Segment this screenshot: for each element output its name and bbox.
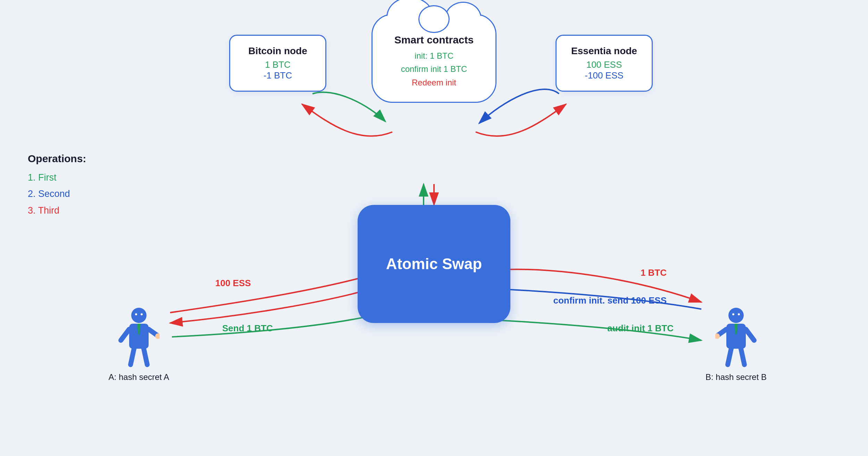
atomic-swap-box: Atomic Swap bbox=[358, 205, 510, 323]
svg-line-10 bbox=[131, 349, 134, 365]
bitcoin-node-pos: 1 BTC bbox=[243, 59, 313, 70]
ops-item-1: 1. First bbox=[28, 169, 86, 186]
svg-line-21 bbox=[741, 349, 744, 365]
cloud-line2: confirm init 1 BTC bbox=[384, 63, 484, 76]
svg-point-23 bbox=[738, 313, 740, 315]
smart-contracts-cloud: Smart contracts init: 1 BTC confirm init… bbox=[368, 14, 500, 103]
essentia-node-neg: -100 ESS bbox=[569, 70, 639, 81]
cloud-line1: init: 1 BTC bbox=[384, 49, 484, 63]
ops-item-1-number: 1. bbox=[28, 172, 36, 183]
label-1-btc: 1 BTC bbox=[641, 267, 667, 278]
cloud-title: Smart contracts bbox=[384, 34, 484, 46]
svg-point-12 bbox=[135, 313, 137, 315]
label-100-ess: 100 ESS bbox=[215, 278, 251, 289]
person-a-label: A: hash secret A bbox=[108, 372, 170, 382]
label-confirm-send: confirm init. send 100 ESS bbox=[553, 295, 667, 306]
person-b-label: B: hash secret B bbox=[705, 372, 767, 382]
person-a-figure bbox=[118, 306, 160, 368]
ops-item-3-text: Third bbox=[38, 205, 60, 216]
svg-line-19 bbox=[746, 329, 754, 340]
svg-point-22 bbox=[732, 313, 734, 315]
ops-item-1-text: First bbox=[38, 172, 56, 183]
svg-point-15 bbox=[728, 308, 744, 323]
cloud-bump bbox=[418, 5, 450, 33]
cloud-content: Smart contracts init: 1 BTC confirm init… bbox=[384, 34, 484, 89]
ops-item-2-number: 2. bbox=[28, 189, 36, 199]
ops-item-3: 3. Third bbox=[28, 202, 86, 219]
atomic-swap-label: Atomic Swap bbox=[386, 255, 482, 273]
essentia-node-pos: 100 ESS bbox=[569, 59, 639, 70]
person-b-figure bbox=[715, 306, 757, 368]
diagram-container: Bitcoin node 1 BTC -1 BTC Essentia node … bbox=[0, 0, 868, 456]
operations-box: Operations: 1. First 2. Second 3. Third bbox=[28, 153, 86, 219]
person-b: B: hash secret B bbox=[705, 306, 767, 382]
essentia-node: Essentia node 100 ESS -100 ESS bbox=[556, 35, 653, 92]
person-a: A: hash secret A bbox=[108, 306, 170, 382]
ops-item-3-number: 3. bbox=[28, 205, 36, 216]
cloud-shape: Smart contracts init: 1 BTC confirm init… bbox=[372, 14, 496, 103]
svg-line-17 bbox=[718, 329, 726, 335]
bitcoin-node-neg: -1 BTC bbox=[243, 70, 313, 81]
bitcoin-node: Bitcoin node 1 BTC -1 BTC bbox=[229, 35, 326, 92]
svg-point-13 bbox=[141, 313, 143, 315]
svg-line-8 bbox=[149, 329, 157, 335]
ops-item-2: 2. Second bbox=[28, 186, 86, 202]
svg-line-7 bbox=[121, 329, 129, 340]
operations-title: Operations: bbox=[28, 153, 86, 165]
label-send-btc: Send 1 BTC bbox=[222, 323, 273, 334]
essentia-node-title: Essentia node bbox=[569, 45, 639, 57]
svg-point-5 bbox=[131, 308, 147, 323]
svg-line-11 bbox=[144, 349, 147, 365]
label-audit-init: audit init 1 BTC bbox=[607, 323, 674, 334]
svg-line-20 bbox=[728, 349, 731, 365]
bitcoin-node-title: Bitcoin node bbox=[243, 45, 313, 57]
cloud-line3: Redeem init bbox=[384, 76, 484, 89]
ops-item-2-text: Second bbox=[38, 189, 70, 199]
